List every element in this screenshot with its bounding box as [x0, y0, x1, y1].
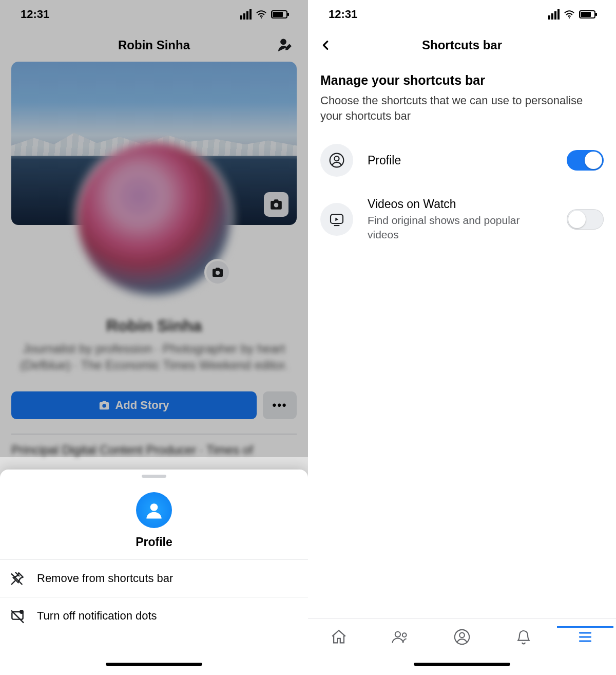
svg-point-0	[261, 17, 262, 18]
profile-icon	[320, 144, 353, 177]
home-icon	[330, 628, 348, 646]
cellular-signal-icon	[548, 9, 560, 20]
section-title: Manage your shortcuts bar	[320, 73, 604, 88]
add-story-button[interactable]: Add Story	[11, 391, 257, 419]
tab-friends[interactable]	[382, 628, 418, 646]
shortcut-option-profile: Profile	[320, 144, 604, 177]
profile-icon	[453, 628, 471, 646]
battery-icon	[579, 10, 595, 18]
sheet-title: Profile	[0, 535, 308, 549]
profile-nav-header: Robin Sinha	[0, 29, 308, 62]
add-story-label: Add Story	[115, 399, 169, 412]
svg-point-12	[395, 631, 400, 636]
camera-icon	[211, 266, 224, 278]
chevron-left-icon	[320, 40, 332, 51]
notification-off-icon	[9, 608, 26, 624]
status-bar: 12:31	[0, 0, 308, 29]
bell-icon	[515, 628, 532, 646]
tab-menu[interactable]	[567, 629, 603, 645]
status-time: 12:31	[21, 8, 49, 21]
watch-icon	[320, 203, 353, 236]
work-info: Principal Digital Content Producer · Tim…	[11, 443, 297, 457]
home-indicator[interactable]	[106, 663, 202, 666]
sheet-item-label: Remove from shortcuts bar	[37, 572, 173, 585]
edit-profile-icon[interactable]	[277, 37, 294, 53]
unpin-icon	[9, 570, 26, 587]
shortcut-option-watch: Videos on Watch Find original shows and …	[320, 197, 604, 241]
tab-profile[interactable]	[444, 628, 480, 646]
friends-icon	[391, 628, 410, 646]
sheet-item-label: Turn off notification dots	[37, 609, 157, 623]
status-icons	[548, 9, 595, 20]
option-subtitle: Find original shows and popular videos	[368, 213, 552, 241]
battery-icon	[271, 10, 287, 18]
svg-point-4	[103, 404, 106, 407]
svg-point-10	[334, 157, 339, 161]
cellular-signal-icon	[240, 9, 252, 20]
tab-notifications[interactable]	[506, 628, 542, 646]
svg-point-15	[459, 632, 465, 638]
shortcuts-settings-screen: 12:31 Shortcuts bar Manage your shortcut…	[308, 0, 616, 675]
status-time: 12:31	[329, 8, 357, 21]
status-icons	[240, 9, 287, 20]
svg-point-13	[402, 633, 407, 637]
camera-icon	[99, 400, 110, 411]
svg-point-2	[274, 203, 279, 208]
tab-home[interactable]	[321, 628, 357, 646]
page-title: Robin Sinha	[118, 38, 190, 52]
menu-icon	[577, 629, 593, 645]
svg-point-7	[20, 610, 24, 614]
page-title: Shortcuts bar	[422, 38, 502, 52]
camera-icon	[270, 198, 283, 211]
remove-shortcut-item[interactable]: Remove from shortcuts bar	[0, 560, 308, 597]
section-subtitle: Choose the shortcuts that we can use to …	[320, 93, 604, 123]
tab-bar	[308, 618, 616, 652]
svg-point-1	[280, 39, 286, 45]
wifi-icon	[564, 10, 575, 19]
svg-point-3	[216, 271, 220, 275]
wifi-icon	[256, 10, 267, 19]
profile-circle-icon	[143, 499, 165, 521]
more-options-button[interactable]: •••	[263, 391, 297, 419]
edit-cover-button[interactable]	[264, 192, 288, 217]
status-bar: 12:31	[308, 0, 616, 29]
profile-screen: 12:31 Robin Sinha	[0, 0, 308, 675]
profile-display-name: Robin Sinha	[11, 316, 297, 335]
turn-off-dots-item[interactable]: Turn off notification dots	[0, 597, 308, 634]
profile-toggle[interactable]	[567, 150, 604, 171]
settings-nav-header: Shortcuts bar	[308, 29, 616, 62]
shortcut-action-sheet: Profile Remove from shortcuts bar Turn o…	[0, 470, 308, 675]
profile-shortcut-icon	[136, 492, 172, 528]
svg-point-5	[150, 503, 158, 511]
home-indicator[interactable]	[414, 663, 510, 666]
option-title: Profile	[368, 154, 552, 167]
option-title: Videos on Watch	[368, 197, 552, 211]
watch-toggle[interactable]	[567, 209, 604, 230]
sheet-drag-handle[interactable]	[142, 475, 166, 478]
profile-bio: Journalist by profession · Photographer …	[11, 341, 297, 374]
back-button[interactable]	[320, 40, 332, 51]
edit-avatar-button[interactable]	[204, 259, 231, 286]
svg-point-8	[569, 17, 570, 18]
